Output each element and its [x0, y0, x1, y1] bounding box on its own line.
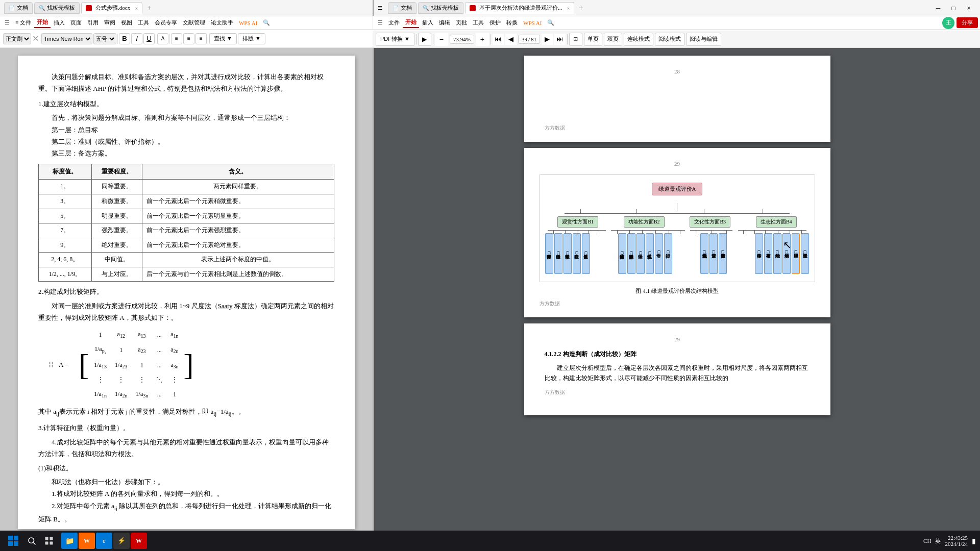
pdf-first-page-btn[interactable]: ⏮ [493, 34, 504, 45]
pdf-read-mode-btn[interactable]: 阅读模式 [655, 33, 684, 46]
taskbar-edge[interactable]: e [96, 533, 112, 549]
doc-step2-desc: 对同一层的准则或方案进行成对比较，利用 1~9 尺度法（Saaty 标度法）确定… [38, 300, 334, 324]
pdf-convert-btn[interactable]: PDF转换 ▼ [376, 33, 414, 46]
user-avatar[interactable]: 王 [942, 17, 954, 29]
menu-search-left[interactable]: 🔍 [260, 18, 273, 27]
menu-hamburger-left[interactable]: ☰ [2, 18, 12, 27]
font-color-btn[interactable]: A [157, 33, 168, 44]
align-center-btn[interactable]: ≡ [183, 33, 194, 44]
svg-line-5 [33, 542, 35, 544]
style-select[interactable]: 正文刷 [3, 33, 31, 44]
pdf-zoom-out-btn[interactable]: − [435, 33, 448, 46]
taskbar-wps2[interactable]: W [131, 533, 147, 549]
taskbar-keyboard[interactable]: CH [923, 538, 931, 544]
maximize-btn[interactable]: □ [946, 3, 961, 14]
start-button[interactable] [4, 532, 22, 550]
tab-pdf-right[interactable]: 基于层次分析法的绿道景观评价... × [465, 2, 574, 14]
add-tab-right[interactable]: + [576, 3, 586, 14]
menu-reference-left[interactable]: 引用 [85, 18, 101, 28]
menu-start-left[interactable]: 开始 [34, 17, 51, 28]
menu-convert-right[interactable]: 转换 [504, 18, 520, 28]
close-btn[interactable]: × [962, 3, 976, 14]
show-desktop-btn[interactable]: ▮ [972, 537, 976, 545]
pdf-page-28-footer: 方方数据 [545, 124, 810, 132]
sort-btn[interactable]: 排版 ▼ [238, 33, 265, 44]
menu-hamburger-right[interactable]: ☰ [375, 18, 385, 27]
pdf-play-btn[interactable]: ▶ [418, 33, 431, 46]
doc-step4-1: (1)和积法。 [38, 462, 334, 474]
align-left-btn[interactable]: ≡ [171, 33, 182, 44]
pdf-prev-page-btn[interactable]: ◀ [505, 34, 517, 45]
underline-btn[interactable]: U [143, 33, 155, 44]
pdf-sep-2 [433, 34, 433, 44]
menu-paper-left[interactable]: 论文助手 [208, 18, 236, 28]
menu-tools-left[interactable]: 工具 [135, 18, 152, 28]
pdf-page-28-content [545, 80, 810, 120]
c19-node[interactable]: 环境景观用地C19 [792, 233, 800, 274]
menu-page-left[interactable]: 页面 [68, 18, 84, 28]
share-btn[interactable]: 分享 [957, 17, 978, 28]
taskbar: 📁 W e ⚡ W CH 英 22:43:25 2024/1/24 ▮ [0, 531, 980, 551]
menu-batch-right[interactable]: 页批 [453, 18, 470, 28]
menu-insert-left[interactable]: 插入 [51, 18, 67, 28]
close-tab-right[interactable]: × [567, 5, 570, 11]
pdf-continuous-btn[interactable]: 连续模式 [624, 33, 653, 46]
tab-docx-left[interactable]: 公式步骤.docx × [81, 2, 142, 14]
menu-view-left[interactable]: 视图 [118, 18, 135, 28]
taskbar-wps[interactable]: W [79, 533, 95, 549]
tab-template-right[interactable]: 🔍 找板壳模板 [418, 2, 463, 14]
comparison-table: 标度值。 重要程度。 含义。 1。 同等重要。 两元素同样重要。 3。 [38, 164, 334, 282]
taskbar-search[interactable] [23, 533, 40, 549]
tab-document-right[interactable]: 📄 文档 [388, 2, 416, 14]
tab-document-left[interactable]: 📄 文档 [4, 2, 33, 14]
pdf-page-30-num: 29 [545, 336, 810, 342]
close-tab-left[interactable]: × [135, 5, 138, 11]
menu-tools-right[interactable]: 工具 [470, 18, 486, 28]
add-tab-left[interactable]: + [144, 3, 154, 14]
menu-insert-right[interactable]: 插入 [420, 18, 436, 28]
taskbar-view[interactable] [41, 533, 57, 549]
menu-start-right[interactable]: 开始 [403, 17, 419, 28]
wps-icon: W [84, 537, 90, 545]
align-right-btn[interactable]: ≡ [195, 33, 207, 44]
menu-review-left[interactable]: 审阅 [102, 18, 118, 28]
menu-protect-right[interactable]: 保护 [487, 18, 503, 28]
level2-nodes: 公路景观变化丰富性C1 绿色植物量C2 景相变化丰富性C3 视野空间C4 风景质… [545, 233, 810, 274]
menu-file-left[interactable]: ≡ 文件 [13, 18, 34, 28]
taskbar-app1[interactable]: ⚡ [113, 533, 130, 549]
pdf-single-page-btn[interactable]: 单页 [584, 33, 602, 46]
taskbar-lang[interactable]: 英 [935, 537, 941, 545]
search-icon [27, 536, 36, 545]
italic-btn[interactable]: I [131, 33, 142, 44]
menu-edit-right[interactable]: 编辑 [436, 18, 453, 28]
menu-wpsai-right[interactable]: WPS AI [521, 19, 544, 27]
c10-node: 安全性C10 [655, 233, 663, 274]
menu-citation-left[interactable]: 文献管理 [180, 18, 208, 28]
taskbar-file-explorer[interactable]: 📁 [61, 533, 78, 549]
tab-template-left[interactable]: 🔍 找板壳模板 [34, 2, 80, 14]
font-select[interactable]: Times New Roma [41, 33, 92, 44]
menu-file-right[interactable]: 文件 [386, 18, 402, 28]
c11-node: 步行标识C11 [664, 233, 672, 274]
pdf-zoom-in-btn[interactable]: + [476, 33, 489, 46]
taskbar-clock[interactable]: 22:43:25 2024/1/24 [945, 535, 968, 547]
svg-rect-8 [45, 542, 48, 545]
find-btn[interactable]: 查找 ▼ [209, 33, 237, 44]
menu-search-right[interactable]: 🔍 [545, 18, 557, 27]
size-select[interactable]: 五号 [93, 33, 116, 44]
pdf-next-page-btn[interactable]: ▶ [542, 34, 553, 45]
bold-btn[interactable]: B [119, 33, 130, 44]
minimize-btn[interactable]: ─ [931, 3, 945, 14]
pdf-double-page-btn[interactable]: 双页 [604, 33, 622, 46]
pdf-last-page-btn[interactable]: ⏭ [554, 34, 566, 45]
pdf-edit-read-btn[interactable]: 阅读与编辑 [686, 33, 721, 46]
menu-vip-left[interactable]: 会员专享 [152, 18, 180, 28]
pdf-fit-btn[interactable]: ⊡ [569, 33, 582, 46]
c14-node: 文化遗产保护力度C14 [719, 233, 727, 274]
menu-wpsai-left[interactable]: WPS AI [236, 19, 260, 27]
clear-format-btn[interactable]: ✕ [32, 34, 39, 43]
table-row: 1。 同等重要。 两元素同样重要。 [39, 180, 334, 194]
explorer-icon: 📁 [65, 537, 74, 545]
matrix-cells: 1 a12 a13 ... a1n 1/ap2 1 a23 ... a2n 1/… [94, 329, 178, 401]
toolbar-sep-1 [40, 34, 40, 44]
